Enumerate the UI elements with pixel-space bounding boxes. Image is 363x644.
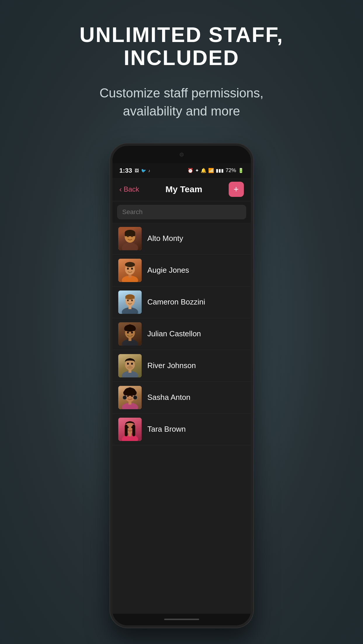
list-item[interactable]: Augie Jones	[112, 255, 251, 286]
list-item[interactable]: Julian Castellon	[112, 318, 251, 350]
avatar-alto	[118, 227, 142, 250]
phone-camera	[180, 153, 184, 157]
add-member-button[interactable]: +	[229, 182, 244, 197]
svg-point-0	[122, 243, 138, 250]
hero-title: UNLIMITED STAFF, INCLUDED	[79, 23, 284, 69]
svg-point-5	[131, 235, 133, 237]
member-name: Cameron Bozzini	[147, 298, 205, 307]
team-list: Alto Monty	[112, 223, 251, 614]
home-indicator	[164, 619, 199, 620]
svg-rect-47	[125, 425, 128, 436]
svg-point-31	[127, 363, 129, 365]
svg-point-10	[127, 267, 129, 270]
svg-point-43	[131, 395, 133, 397]
search-container	[112, 201, 251, 223]
member-name: Tara Brown	[147, 425, 186, 434]
list-item[interactable]: Tara Brown	[112, 414, 251, 445]
wifi-icon: 📶	[208, 168, 214, 173]
add-icon: +	[234, 185, 239, 194]
app-screen: ‹ Back My Team +	[112, 178, 251, 614]
bluetooth-icon: ✦	[195, 168, 199, 173]
phone-frame: 1:33 🖼 🐦 ♪ ⏰ ✦ 🔔 📶 ▮▮▮ 72% 🔋 ‹ Back My T…	[110, 144, 253, 628]
alarm-icon: ⏰	[187, 168, 193, 173]
member-name: Alto Monty	[147, 234, 183, 243]
svg-point-36	[123, 396, 127, 400]
back-button[interactable]: ‹ Back	[119, 185, 139, 194]
svg-point-49	[127, 426, 128, 428]
list-item[interactable]: Sasha Anton	[112, 382, 251, 414]
back-label: Back	[124, 185, 139, 193]
signal-icon: ▮▮▮	[216, 168, 224, 173]
photo-icon: 🖼	[135, 168, 139, 173]
svg-point-37	[133, 396, 137, 400]
svg-rect-48	[132, 425, 135, 436]
avatar-sasha	[118, 386, 142, 409]
svg-point-32	[131, 363, 133, 365]
status-bar: 1:33 🖼 🐦 ♪ ⏰ ✦ 🔔 📶 ▮▮▮ 72% 🔋	[112, 163, 251, 178]
avatar-tara	[118, 418, 142, 441]
svg-point-4	[127, 235, 129, 237]
avatar-augie	[118, 259, 142, 282]
member-name: Augie Jones	[147, 266, 189, 275]
phone-top	[112, 146, 251, 163]
svg-point-17	[131, 300, 133, 301]
list-item[interactable]: Cameron Bozzini	[112, 286, 251, 318]
hero-subtitle: Customize staff permissions, availabilit…	[79, 84, 284, 120]
svg-rect-3	[125, 232, 135, 236]
svg-point-42	[127, 395, 128, 397]
spotify-icon: ♪	[148, 168, 150, 173]
mute-icon: 🔔	[201, 168, 206, 173]
status-time: 1:33	[119, 167, 132, 174]
member-name: Sasha Anton	[147, 393, 190, 402]
svg-point-26	[131, 331, 133, 333]
twitter-icon: 🐦	[141, 168, 146, 173]
battery-percent: 72%	[225, 167, 236, 174]
phone-bottom	[112, 614, 251, 625]
svg-point-41	[127, 387, 133, 393]
svg-point-50	[131, 426, 133, 428]
member-name: River Johnson	[147, 361, 196, 370]
nav-bar: ‹ Back My Team +	[112, 178, 251, 201]
back-chevron-icon: ‹	[119, 185, 122, 194]
svg-point-25	[127, 331, 129, 333]
list-item[interactable]: River Johnson	[112, 350, 251, 382]
member-name: Julian Castellon	[147, 329, 201, 338]
avatar-cameron	[118, 290, 142, 314]
avatar-julian	[118, 322, 142, 346]
svg-point-24	[127, 324, 133, 330]
svg-point-11	[131, 267, 133, 270]
battery-icon: 🔋	[238, 168, 244, 173]
svg-point-16	[127, 300, 128, 301]
nav-title: My Team	[165, 184, 202, 194]
search-input[interactable]	[117, 205, 246, 219]
list-item[interactable]: Alto Monty	[112, 223, 251, 255]
avatar-river	[118, 354, 142, 377]
